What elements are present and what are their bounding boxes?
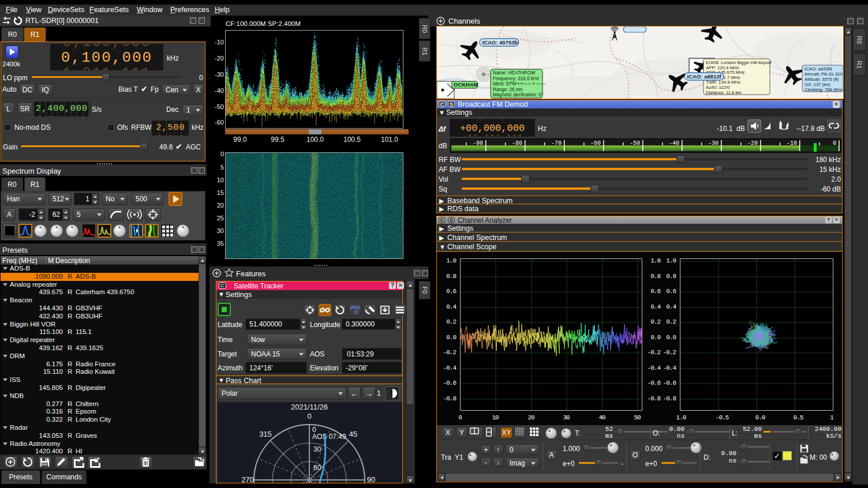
svg-text:30: 30: [313, 445, 321, 453]
svg-text:-40: -40: [669, 140, 679, 147]
svg-text:OCKHAM: OCKHAM: [454, 81, 478, 88]
svg-text:S: S: [354, 309, 358, 315]
svg-text:2021/11/26: 2021/11/26: [291, 403, 328, 411]
svg-text:Magnetic declination: 0°: Magnetic declination: 0°: [493, 92, 543, 97]
svg-text:45: 45: [349, 430, 357, 438]
svg-text:60: 60: [313, 464, 321, 472]
svg-text:Frequency: 316.0 kHz: Frequency: 316.0 kHz: [493, 76, 539, 81]
svg-text:ICAO: a6813f: ICAO: a6813f: [687, 73, 722, 80]
svg-text:Altitude: 3575 (ft): Altitude: 3575 (ft): [805, 77, 839, 82]
svg-text:Climbing: 768 (ft/m: Climbing: 768 (ft/m: [805, 87, 842, 92]
svg-text:AOS 07:49: AOS 07:49: [312, 433, 346, 441]
svg-text:Distance: 11.6 km: Distance: 11.6 km: [706, 90, 742, 95]
svg-text:0: 0: [833, 140, 836, 147]
svg-text:GS: 137 (kn): GS: 137 (kn): [805, 82, 830, 87]
svg-text:Range: 25 nm: Range: 25 nm: [493, 87, 523, 92]
svg-text:-50: -50: [630, 140, 640, 147]
svg-text:Name: HEATHROW: Name: HEATHROW: [493, 70, 536, 76]
svg-text:ICAO: ad33f8: ICAO: ad33f8: [805, 66, 832, 72]
svg-text:-20: -20: [747, 140, 758, 147]
svg-text:0: 0: [307, 412, 311, 421]
svg-text:-30: -30: [708, 140, 719, 147]
svg-text:Aircraft: PA-31-310: Aircraft: PA-31-310: [805, 72, 843, 77]
svg-text:315: 315: [259, 430, 272, 438]
svg-text:-90: -90: [473, 140, 483, 147]
svg-text:-70: -70: [551, 140, 562, 147]
svg-text:-10: -10: [787, 140, 797, 147]
svg-text:270: 270: [241, 475, 254, 483]
svg-text:-60: -60: [590, 140, 601, 147]
svg-text:-80: -80: [512, 140, 522, 147]
svg-text:Ident: EPM • •—— • ——: Ident: EPM • •—— • ——: [493, 81, 546, 87]
svg-text:90: 90: [367, 475, 375, 483]
svg-text:ICAO: 40753b: ICAO: 40753b: [482, 39, 518, 46]
